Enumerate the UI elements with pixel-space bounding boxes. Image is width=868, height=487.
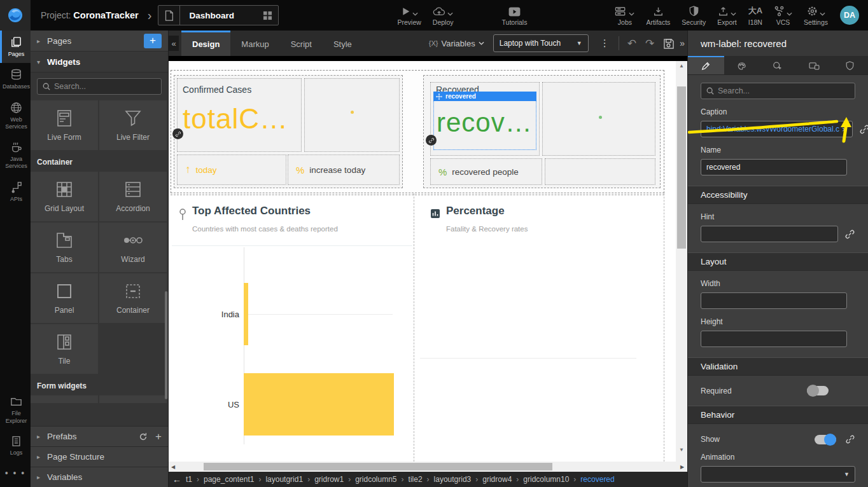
- increase-today-label[interactable]: increase today: [309, 165, 365, 175]
- rail-item-file-explorer[interactable]: File Explorer: [0, 390, 31, 430]
- caption-field[interactable]: bind:Variables.wsvWordometerGlobal.c ×: [701, 121, 853, 137]
- clear-binding-icon[interactable]: ×: [842, 125, 847, 134]
- tab-devices[interactable]: [796, 56, 832, 74]
- breadcrumb-item[interactable]: gridcolumn10: [523, 475, 569, 484]
- required-toggle[interactable]: [807, 386, 829, 395]
- tab-script[interactable]: Script: [280, 31, 323, 56]
- prefabs-section-header[interactable]: ▸ Prefabs +: [31, 426, 168, 446]
- recovered-people-label[interactable]: recovered people: [452, 167, 518, 177]
- add-prefab-button[interactable]: +: [155, 430, 162, 443]
- bind-link-icon[interactable]: [845, 434, 855, 444]
- rail-item-java-services[interactable]: Java Services: [0, 135, 31, 175]
- recovered-cell[interactable]: Recovered recovered recov…: [430, 82, 540, 156]
- tab-properties[interactable]: [688, 56, 724, 74]
- widget-grid-layout[interactable]: Grid Layout: [31, 172, 98, 221]
- vcs-button[interactable]: VCS: [768, 0, 798, 31]
- widget-partial[interactable]: [31, 395, 98, 403]
- variables-button[interactable]: {X} Variables: [429, 39, 484, 48]
- show-toggle[interactable]: [815, 435, 836, 444]
- variables-section-header[interactable]: ▸ Variables: [31, 467, 168, 487]
- i18n-button[interactable]: 大A I18N: [743, 0, 768, 31]
- pages-section-header[interactable]: ▸ Pages +: [31, 31, 168, 51]
- widget-panel[interactable]: Panel: [31, 273, 98, 323]
- more-options-icon[interactable]: • • •: [0, 462, 31, 487]
- widget-accordion[interactable]: Accordion: [99, 172, 167, 221]
- rail-item-databases[interactable]: Databases: [0, 63, 31, 95]
- widget-container[interactable]: Container: [99, 273, 167, 323]
- recovered-binding-label[interactable]: recov…: [437, 107, 533, 138]
- property-search-field[interactable]: [701, 83, 855, 99]
- user-avatar[interactable]: DA: [840, 6, 859, 25]
- left-panel-scrollbar[interactable]: [165, 291, 167, 399]
- breadcrumb-item[interactable]: layoutgrid1: [265, 475, 303, 484]
- breadcrumb-back-icon[interactable]: ←: [172, 474, 181, 484]
- confirmed-cases-cell[interactable]: Confirmed Cases totalC…: [177, 78, 302, 152]
- breadcrumb-item[interactable]: gridcolumn5: [355, 475, 396, 484]
- confirmed-cases-label[interactable]: Confirmed Cases: [183, 85, 251, 95]
- chart-top-affected-countries[interactable]: Top Affected Countries Countries with mo…: [172, 196, 412, 462]
- breadcrumb-item[interactable]: gridrow1: [314, 475, 344, 484]
- preview-button[interactable]: Preview: [392, 0, 427, 31]
- widget-tile[interactable]: Tile: [31, 324, 98, 374]
- tab-design[interactable]: Design: [181, 31, 230, 56]
- today-cell[interactable]: ↑ today: [177, 154, 286, 185]
- today-label[interactable]: today: [196, 165, 217, 175]
- selected-widget-outline[interactable]: recovered recov…: [433, 92, 536, 150]
- bind-link-icon[interactable]: [844, 229, 855, 240]
- scroll-left-arrow[interactable]: ◀: [169, 464, 178, 470]
- vertical-scroll-thumb[interactable]: [677, 86, 686, 249]
- rail-item-web-services[interactable]: Web Services: [0, 96, 31, 136]
- scroll-down-arrow[interactable]: ▼: [676, 447, 687, 453]
- breadcrumb-item[interactable]: layoutgrid3: [434, 475, 472, 484]
- horizontal-scroll-thumb[interactable]: [204, 463, 552, 470]
- recovered-chart-placeholder-cell[interactable]: [542, 82, 655, 156]
- widget-search-input[interactable]: [54, 82, 156, 91]
- add-page-button[interactable]: +: [144, 34, 162, 48]
- widget-search-field[interactable]: [37, 78, 162, 95]
- tab-style[interactable]: Style: [323, 31, 363, 56]
- artifacts-button[interactable]: Artifacts: [640, 0, 676, 31]
- export-button[interactable]: Export: [711, 0, 742, 31]
- page-surface[interactable]: Confirmed Cases totalC… ↑ today: [169, 61, 676, 462]
- selected-widget-header[interactable]: recovered: [433, 92, 536, 101]
- redo-icon[interactable]: ↷: [641, 37, 659, 50]
- tab-markup[interactable]: Markup: [230, 31, 279, 56]
- height-field[interactable]: [701, 331, 847, 347]
- widget-wizard[interactable]: Wizard: [99, 223, 167, 272]
- scroll-right-arrow[interactable]: ▶: [678, 464, 687, 470]
- tab-events[interactable]: [760, 56, 796, 74]
- page-structure-section-header[interactable]: ▸ Page Structure: [31, 446, 168, 467]
- rail-item-apis[interactable]: APIs: [0, 175, 31, 208]
- canvas-horizontal-scrollbar[interactable]: ◀ ▶: [169, 462, 687, 472]
- collapse-right-icon[interactable]: »: [680, 38, 687, 48]
- jobs-button[interactable]: Jobs: [609, 0, 640, 31]
- total-cases-binding-label[interactable]: totalC…: [183, 103, 300, 135]
- collapse-left-panel-button[interactable]: «: [169, 36, 179, 51]
- widget-tabs[interactable]: Tabs: [31, 223, 98, 272]
- breadcrumb-item-active[interactable]: recovered: [580, 475, 614, 484]
- hint-field[interactable]: [701, 226, 838, 242]
- widgets-section-header[interactable]: ▾ Widgets: [31, 51, 168, 72]
- widget-partial[interactable]: [99, 395, 167, 403]
- widget-live-form[interactable]: Live Form: [31, 100, 98, 150]
- security-button[interactable]: Security: [676, 0, 711, 31]
- breadcrumb-item[interactable]: gridrow4: [482, 475, 512, 484]
- increase-today-cell[interactable]: % increase today: [288, 154, 400, 185]
- tile-recovered[interactable]: Recovered recovered recov…: [423, 75, 661, 188]
- wavemaker-logo[interactable]: [0, 0, 31, 31]
- rail-item-pages[interactable]: Pages: [0, 31, 31, 63]
- width-field[interactable]: [701, 292, 847, 309]
- undo-icon[interactable]: ↶: [623, 37, 641, 50]
- breadcrumb-item[interactable]: t1: [186, 475, 192, 484]
- recovered-people-cell[interactable]: % recovered people: [430, 158, 542, 185]
- canvas-vertical-scrollbar[interactable]: ▲ ▼: [676, 61, 687, 462]
- breadcrumb-item[interactable]: page_content1: [204, 475, 254, 484]
- tile-confirmed-cases[interactable]: Confirmed Cases totalC… ↑ today: [174, 75, 403, 188]
- device-selector[interactable]: Laptop with Touch ▼: [493, 34, 589, 52]
- page-selector[interactable]: Dashboard: [158, 5, 279, 25]
- kebab-menu-icon[interactable]: ⋮: [595, 38, 615, 49]
- rail-item-logs[interactable]: Logs: [0, 430, 31, 462]
- deploy-button[interactable]: Deploy: [427, 0, 459, 31]
- animation-select[interactable]: ▼: [701, 466, 855, 483]
- confirmed-chart-placeholder-cell[interactable]: [304, 78, 400, 152]
